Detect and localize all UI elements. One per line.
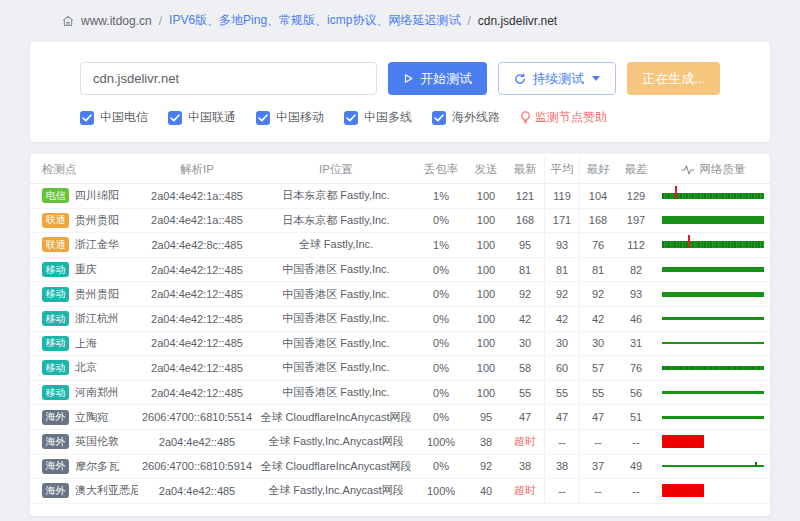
latest-latency: 121 xyxy=(506,190,544,202)
table-row: 电信四川绵阳2a04:4e42:1a::485日本东京都 Fastly,Inc.… xyxy=(30,184,770,209)
sponsor-link[interactable]: 监测节点赞助 xyxy=(520,109,607,126)
breadcrumb-site[interactable]: www.itdog.cn xyxy=(81,14,152,28)
node-cell: 移动贵州贵阳 xyxy=(30,287,138,302)
ip-location: 中国香港区 Fastly,Inc. xyxy=(256,360,416,375)
loss-rate: 1% xyxy=(416,190,466,202)
checkbox-icon xyxy=(344,111,358,125)
isp-checkbox[interactable]: 海外线路 xyxy=(432,109,500,126)
isp-label: 海外线路 xyxy=(452,109,500,126)
node-name: 河南郑州 xyxy=(75,385,119,400)
ip-location: 中国香港区 Fastly,Inc. xyxy=(256,287,416,302)
loss-rate: 0% xyxy=(416,460,466,472)
table-row: 海外澳大利亚悉尼2a04:4e42::485全球 Fastly,Inc.Anyc… xyxy=(30,479,770,504)
carrier-badge: 海外 xyxy=(42,459,69,474)
node-cell: 海外立陶宛 xyxy=(30,410,138,425)
quality-sparkline xyxy=(661,309,766,329)
resolved-ip: 2a04:4e42:12::485 xyxy=(138,313,256,325)
header-avg[interactable]: 平均 xyxy=(544,156,580,183)
start-test-label: 开始测试 xyxy=(420,70,472,88)
header-sent[interactable]: 发送 xyxy=(466,162,506,177)
table-row: 联通贵州贵阳2a04:4e42:1a::485日本东京都 Fastly,Inc.… xyxy=(30,209,770,234)
sent-count: 100 xyxy=(466,288,506,300)
isp-checkbox[interactable]: 中国移动 xyxy=(256,109,324,126)
carrier-badge: 联通 xyxy=(42,213,69,228)
avg-latency: 93 xyxy=(544,233,580,257)
avg-latency: 47 xyxy=(544,405,580,429)
sent-count: 92 xyxy=(466,460,506,472)
checkbox-icon xyxy=(432,111,446,125)
avg-latency: 55 xyxy=(544,381,580,405)
worst-latency: 51 xyxy=(616,411,656,423)
latency-band xyxy=(662,216,765,224)
ip-location: 全球 Fastly,Inc. xyxy=(256,237,416,252)
quality-cell xyxy=(656,309,770,329)
sent-count: 100 xyxy=(466,313,506,325)
latency-band xyxy=(662,317,765,320)
start-test-button[interactable]: 开始测试 xyxy=(388,62,487,95)
quality-sparkline xyxy=(661,407,766,427)
loss-rate: 100% xyxy=(416,436,466,448)
worst-latency: -- xyxy=(616,485,656,497)
carrier-badge: 海外 xyxy=(42,410,69,425)
avg-latency: 30 xyxy=(544,332,580,356)
isp-label: 中国电信 xyxy=(100,109,148,126)
table-row: 移动北京2a04:4e42:12::485中国香港区 Fastly,Inc.0%… xyxy=(30,356,770,381)
header-ip-location[interactable]: IP位置 xyxy=(256,162,416,177)
quality-sparkline xyxy=(661,358,766,378)
timeout-block xyxy=(662,435,704,448)
header-best[interactable]: 最好 xyxy=(580,162,616,177)
resolved-ip: 2a04:4e42:8c::485 xyxy=(138,239,256,251)
ip-location: 日本东京都 Fastly,Inc. xyxy=(256,213,416,228)
latency-spike xyxy=(675,186,677,199)
header-quality[interactable]: 网络质量 xyxy=(656,162,770,177)
worst-latency: 82 xyxy=(616,264,656,276)
resolved-ip: 2a04:4e42::485 xyxy=(138,436,256,448)
avg-latency: 171 xyxy=(544,209,580,233)
chevron-down-icon xyxy=(592,76,600,81)
header-latest[interactable]: 最新 xyxy=(506,162,544,177)
latency-band xyxy=(662,267,765,272)
header-loss[interactable]: 丢包率 xyxy=(416,162,466,177)
breadcrumb-section-links[interactable]: IPV6版、多地Ping、常规版、icmp协议、网络延迟测试 xyxy=(169,12,460,29)
quality-cell xyxy=(656,407,770,427)
best-latency: 104 xyxy=(580,190,616,202)
ip-location: 中国香港区 Fastly,Inc. xyxy=(256,336,416,351)
node-cell: 移动浙江杭州 xyxy=(30,311,138,326)
quality-cell xyxy=(656,358,770,378)
worst-latency: 129 xyxy=(616,190,656,202)
quality-cell xyxy=(656,284,770,304)
header-ip[interactable]: 解析IP xyxy=(138,162,256,177)
carrier-badge: 海外 xyxy=(42,483,69,498)
latest-latency: 超时 xyxy=(506,434,544,449)
quality-sparkline xyxy=(661,383,766,403)
resolved-ip: 2a04:4e42:12::485 xyxy=(138,264,256,276)
latest-latency: 30 xyxy=(506,337,544,349)
refresh-icon xyxy=(514,73,526,85)
header-worst[interactable]: 最差 xyxy=(616,162,656,177)
quality-cell xyxy=(656,186,770,206)
node-name: 澳大利亚悉尼 xyxy=(75,483,138,498)
best-latency: 168 xyxy=(580,214,616,226)
isp-checkbox[interactable]: 中国电信 xyxy=(80,109,148,126)
quality-sparkline xyxy=(661,456,766,476)
table-row: 移动贵州贵阳2a04:4e42:12::485中国香港区 Fastly,Inc.… xyxy=(30,282,770,307)
avg-latency: 42 xyxy=(544,307,580,331)
avg-latency: 119 xyxy=(544,184,580,208)
continuous-test-button[interactable]: 持续测试 xyxy=(498,62,616,95)
latency-spike xyxy=(688,235,690,249)
isp-checkbox[interactable]: 中国联通 xyxy=(168,109,236,126)
breadcrumb: www.itdog.cn / IPV6版、多地Ping、常规版、icmp协议、网… xyxy=(62,12,770,29)
node-name: 贵州贵阳 xyxy=(75,287,119,302)
isp-label: 中国多线 xyxy=(364,109,412,126)
latency-band xyxy=(662,391,765,394)
host-input[interactable] xyxy=(80,62,377,95)
header-node[interactable]: 检测点 xyxy=(30,162,138,177)
isp-checkbox[interactable]: 中国多线 xyxy=(344,109,412,126)
ip-location: 中国香港区 Fastly,Inc. xyxy=(256,311,416,326)
node-name: 四川绵阳 xyxy=(75,188,119,203)
table-row: 移动重庆2a04:4e42:12::485中国香港区 Fastly,Inc.0%… xyxy=(30,258,770,283)
table-row: 移动河南郑州2a04:4e42:12::485中国香港区 Fastly,Inc.… xyxy=(30,381,770,406)
quality-cell xyxy=(656,456,770,476)
carrier-badge: 移动 xyxy=(42,311,69,326)
worst-latency: 197 xyxy=(616,214,656,226)
